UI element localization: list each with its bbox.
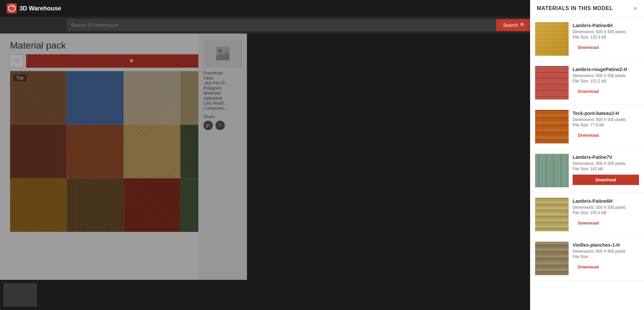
search-icon: 🔍 [520, 22, 526, 28]
thumbnail-0[interactable] [3, 283, 37, 307]
material-dims-4: Dimensions: 500 X 500 pixels [573, 205, 639, 210]
material-size-4: File Size: 155.9 kB [573, 210, 639, 215]
material-item-1: Lambris-rougePatine2-H Dimensions: 500 X… [530, 61, 644, 105]
material-size-5: File Size: ... [573, 254, 639, 259]
material-info-5: Vieilles-planches-1-H Dimensions: 600 X … [573, 242, 639, 271]
material-size-1: File Size: 151.2 kB [573, 79, 639, 83]
material-info-2: Teck-pont-bateau2-H Dimensions: 500 X 50… [573, 110, 639, 140]
stat-materials: Materials [203, 90, 242, 96]
material-dims-0: Dimensions: 500 X 500 pixels [573, 29, 639, 34]
swatch-1-0 [10, 125, 67, 178]
stat-likes-label: Likes [203, 75, 213, 80]
swatch-1-2 [124, 125, 180, 178]
material-name-3: Lambris-Patine7V [573, 154, 639, 160]
material-item-4: Lambris-Patine6H Dimensions: 500 X 500 p… [530, 193, 644, 237]
material-size-2: File Size: 77.6 kB [573, 123, 639, 127]
stat-likes: Likes [203, 75, 242, 80]
material-info-4: Lambris-Patine6H Dimensions: 500 X 500 p… [573, 198, 639, 228]
search-button-label: Search [503, 22, 518, 28]
material-item-2: Teck-pont-bateau2-H Dimensions: 500 X 50… [530, 105, 644, 149]
swatch-1-1 [67, 125, 123, 178]
material-dims-2: Dimensions: 500 X 500 pixels [573, 117, 639, 122]
material-thumb-1 [535, 66, 569, 100]
stat-skp: .skp File Si... [203, 80, 242, 85]
swatch-2-1 [67, 178, 123, 232]
search-button[interactable]: Search 🔍 [496, 19, 532, 31]
stat-polygons: Polygons [203, 85, 242, 90]
google-plus-share-icon[interactable]: g+ [203, 121, 213, 130]
material-info-1: Lambris-rougePatine2-H Dimensions: 500 X… [573, 66, 639, 96]
materials-panel: MATERIALS IN THIS MODEL × Lambris-Patine… [530, 0, 644, 310]
material-info-0: Lambris-Patine4H Dimensions: 500 X 500 p… [573, 22, 639, 52]
search-input[interactable] [67, 19, 496, 31]
material-item-3: Lambris-Patine7V Dimensions: 500 X 500 p… [530, 149, 644, 193]
download-button-4[interactable]: Download [573, 219, 604, 228]
share-icons: g+ f [203, 121, 242, 130]
stat-modified: Last Modif... [203, 101, 242, 106]
material-item-5: Vieilles-planches-1-H Dimensions: 600 X … [530, 237, 644, 281]
download-button-2[interactable]: Download [573, 131, 604, 140]
material-name-1: Lambris-rougePatine2-H [573, 67, 639, 72]
swatch-2-2 [124, 178, 180, 232]
view-label: Top [13, 74, 26, 81]
stat-download-label: Download [203, 70, 223, 75]
swatch-0-2 [124, 71, 180, 125]
download-button-0[interactable]: Download [573, 43, 604, 52]
material-thumb-5 [535, 242, 569, 275]
sidebar-info: Download Likes .skp File Si... Polygons … [198, 34, 247, 310]
material-size-0: File Size: 133.3 kB [573, 35, 639, 40]
stat-download: Download [203, 70, 242, 75]
share-label: Share [203, 114, 215, 119]
stat-modified-label: Last Modif... [203, 101, 227, 106]
material-size-3: File Size: 142 kB [573, 167, 639, 171]
material-dims-1: Dimensions: 500 X 500 pixels [573, 73, 639, 78]
material-name-0: Lambris-Patine4H [573, 23, 639, 28]
material-thumb-2 [535, 110, 569, 143]
material-item-0: Lambris-Patine4H Dimensions: 500 X 500 p… [530, 17, 644, 61]
material-thumb-3 [535, 154, 569, 187]
logo-text: 3D Warehouse [19, 5, 61, 12]
stat-components: Componer... [203, 106, 242, 111]
material-name-4: Lambris-Patine6H [573, 198, 639, 204]
swatch-2-0 [10, 178, 67, 232]
material-dims-3: Dimensions: 500 X 500 pixels [573, 161, 639, 166]
logo-icon [7, 3, 17, 13]
stat-uploaded: Uploaded [203, 96, 242, 101]
material-thumb-4 [535, 198, 569, 231]
download-button-1[interactable]: Download [573, 87, 604, 96]
facebook-share-icon[interactable]: f [215, 121, 225, 130]
download-button-3[interactable]: Download [573, 175, 639, 185]
stat-components-label: Componer... [203, 106, 227, 111]
share-section: Share g+ f [203, 114, 242, 130]
material-dims-5: Dimensions: 600 X 600 pixels [573, 249, 639, 254]
stat-polygons-label: Polygons [203, 85, 221, 90]
close-button[interactable]: × [633, 5, 637, 12]
download-button-5[interactable]: Download [573, 262, 604, 271]
thumbnail-row [0, 280, 247, 310]
stat-uploaded-label: Uploaded [203, 96, 222, 101]
like-button[interactable]: ♡ [10, 54, 23, 68]
material-thumb-0 [535, 22, 569, 56]
material-name-2: Teck-pont-bateau2-H [573, 111, 639, 116]
swatch-0-1 [67, 71, 123, 125]
materials-title: MATERIALS IN THIS MODEL [537, 5, 613, 11]
image-icon [216, 47, 230, 60]
stat-materials-label: Materials [203, 90, 221, 96]
svg-point-5 [218, 49, 222, 53]
materials-header: MATERIALS IN THIS MODEL × [530, 0, 644, 17]
materials-scroll[interactable]: Lambris-Patine4H Dimensions: 500 X 500 p… [530, 17, 644, 310]
material-name-5: Vieilles-planches-1-H [573, 242, 639, 248]
stat-skp-label: .skp File Si... [203, 80, 228, 85]
material-info-3: Lambris-Patine7V Dimensions: 500 X 500 p… [573, 154, 639, 185]
sidebar-preview-icon [203, 40, 242, 67]
logo: 3D Warehouse [7, 3, 61, 13]
